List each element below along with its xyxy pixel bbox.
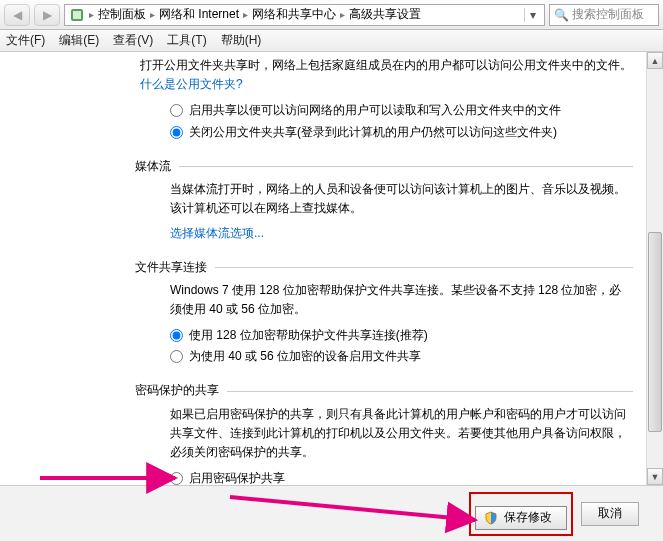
svg-rect-1 [73, 11, 81, 19]
password-protected-sharing-title: 密码保护的共享 [135, 381, 219, 400]
search-placeholder: 搜索控制面板 [572, 6, 644, 23]
chevron-left-icon: ◀ [13, 8, 22, 22]
breadcrumb-sep: ▸ [340, 9, 345, 20]
scroll-up-button[interactable]: ▲ [647, 52, 663, 69]
divider [179, 166, 633, 167]
search-icon: 🔍 [554, 8, 569, 22]
encryption-40-radio[interactable] [170, 350, 183, 363]
encryption-desc: Windows 7 使用 128 位加密帮助保护文件共享连接。某些设备不支持 1… [170, 281, 633, 319]
breadcrumb-item[interactable]: 网络和 Internet [159, 6, 239, 23]
save-changes-label: 保存修改 [504, 509, 552, 526]
breadcrumb-sep: ▸ [89, 9, 94, 20]
password-sharing-desc: 如果已启用密码保护的共享，则只有具备此计算机的用户帐户和密码的用户才可以访问共享… [170, 405, 633, 463]
content-area: 打开公用文件夹共享时，网络上包括家庭组成员在内的用户都可以访问公用文件夹中的文件… [0, 52, 663, 486]
menu-help[interactable]: 帮助(H) [221, 32, 262, 49]
menu-tools[interactable]: 工具(T) [167, 32, 206, 49]
password-sharing-on-radio[interactable] [170, 472, 183, 485]
menu-bar: 文件(F) 编辑(E) 查看(V) 工具(T) 帮助(H) [0, 30, 663, 52]
breadcrumb-item[interactable]: 高级共享设置 [349, 6, 421, 23]
control-panel-icon [69, 7, 85, 23]
media-stream-title: 媒体流 [135, 157, 171, 176]
breadcrumb-item[interactable]: 控制面板 [98, 6, 146, 23]
save-changes-button[interactable]: 保存修改 [475, 506, 567, 530]
public-sharing-off-row[interactable]: 关闭公用文件夹共享(登录到此计算机的用户仍然可以访问这些文件夹) [140, 122, 633, 143]
password-sharing-on-row[interactable]: 启用密码保护共享 [140, 468, 633, 486]
menu-view[interactable]: 查看(V) [113, 32, 153, 49]
scrollbar[interactable]: ▲ ▼ [646, 52, 663, 485]
breadcrumb-dropdown[interactable]: ▾ [524, 8, 540, 22]
breadcrumb[interactable]: ▸ 控制面板 ▸ 网络和 Internet ▸ 网络和共享中心 ▸ 高级共享设置… [64, 4, 545, 26]
media-stream-desc: 当媒体流打开时，网络上的人员和设备便可以访问该计算机上的图片、音乐以及视频。该计… [170, 180, 633, 218]
what-is-public-folder-link[interactable]: 什么是公用文件夹? [140, 77, 243, 91]
cancel-label: 取消 [598, 506, 622, 520]
breadcrumb-sep: ▸ [243, 9, 248, 20]
address-bar: ◀ ▶ ▸ 控制面板 ▸ 网络和 Internet ▸ 网络和共享中心 ▸ 高级… [0, 0, 663, 30]
public-sharing-on-row[interactable]: 启用共享以便可以访问网络的用户可以读取和写入公用文件夹中的文件 [140, 100, 633, 121]
footer: 保存修改 取消 [0, 486, 663, 541]
nav-forward-button[interactable]: ▶ [34, 4, 60, 26]
public-folder-intro: 打开公用文件夹共享时，网络上包括家庭组成员在内的用户都可以访问公用文件夹中的文件… [140, 58, 632, 72]
encryption-40-row[interactable]: 为使用 40 或 56 位加密的设备启用文件共享 [140, 346, 633, 367]
chevron-right-icon: ▶ [43, 8, 52, 22]
encryption-40-label: 为使用 40 或 56 位加密的设备启用文件共享 [189, 347, 421, 366]
save-highlight-box: 保存修改 [469, 492, 573, 536]
breadcrumb-item[interactable]: 网络和共享中心 [252, 6, 336, 23]
encryption-128-row[interactable]: 使用 128 位加密帮助保护文件共享连接(推荐) [140, 325, 633, 346]
encryption-128-label: 使用 128 位加密帮助保护文件共享连接(推荐) [189, 326, 428, 345]
menu-file[interactable]: 文件(F) [6, 32, 45, 49]
encryption-128-radio[interactable] [170, 329, 183, 342]
breadcrumb-sep: ▸ [150, 9, 155, 20]
file-sharing-connections-title: 文件共享连接 [135, 258, 207, 277]
scroll-down-button[interactable]: ▼ [647, 468, 663, 485]
scroll-thumb[interactable] [648, 232, 662, 432]
media-stream-options-link[interactable]: 选择媒体流选项... [170, 226, 264, 240]
public-sharing-off-label: 关闭公用文件夹共享(登录到此计算机的用户仍然可以访问这些文件夹) [189, 123, 557, 142]
public-sharing-on-radio[interactable] [170, 104, 183, 117]
nav-back-button[interactable]: ◀ [4, 4, 30, 26]
password-sharing-on-label: 启用密码保护共享 [189, 469, 285, 486]
divider [215, 267, 633, 268]
menu-edit[interactable]: 编辑(E) [59, 32, 99, 49]
public-sharing-off-radio[interactable] [170, 126, 183, 139]
shield-icon [484, 511, 498, 525]
public-sharing-on-label: 启用共享以便可以访问网络的用户可以读取和写入公用文件夹中的文件 [189, 101, 561, 120]
divider [227, 391, 633, 392]
search-input[interactable]: 🔍 搜索控制面板 [549, 4, 659, 26]
cancel-button[interactable]: 取消 [581, 502, 639, 526]
